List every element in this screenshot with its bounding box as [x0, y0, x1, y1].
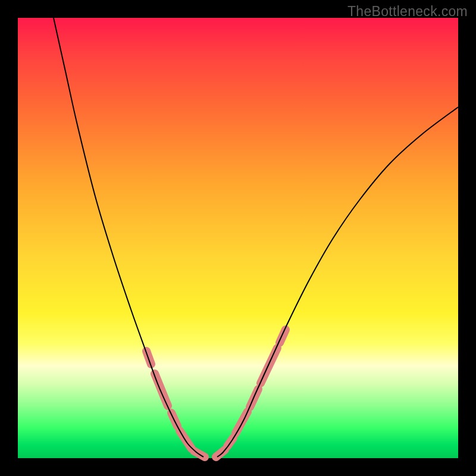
marker-segment [280, 330, 286, 343]
curve-svg [18, 18, 458, 458]
marker-segment [155, 374, 168, 406]
chart-area [18, 18, 458, 458]
watermark-text: TheBottleneck.com [347, 4, 468, 20]
marker-layer [146, 330, 286, 457]
curve-left-branch [54, 18, 203, 457]
